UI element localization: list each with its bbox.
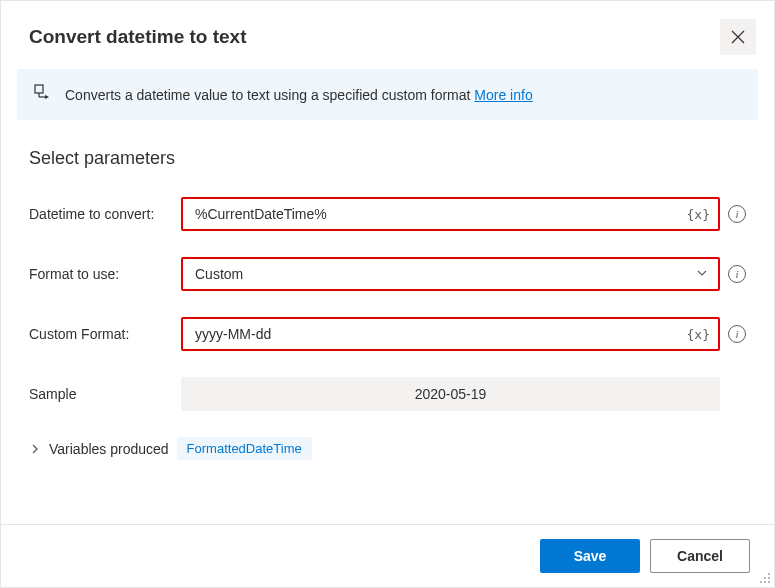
variables-produced-row: Variables produced FormattedDateTime [29,437,746,460]
row-sample: Sample 2020-05-19 [29,377,746,411]
help-icon[interactable]: i [728,325,746,343]
datetime-to-convert-input[interactable] [183,200,718,228]
svg-point-8 [764,581,766,583]
cancel-button[interactable]: Cancel [650,539,750,573]
svg-point-5 [764,577,766,579]
info-text: Converts a datetime value to text using … [65,87,533,103]
datetime-text-icon [33,83,53,106]
format-to-use-select[interactable]: Custom [183,260,718,288]
row-datetime-to-convert: Datetime to convert: {x} i [29,197,746,231]
svg-rect-0 [35,85,43,93]
close-icon [731,30,745,44]
svg-marker-3 [45,95,49,99]
row-custom-format: Custom Format: {x} i [29,317,746,351]
label-custom-format: Custom Format: [29,326,181,342]
insert-variable-icon[interactable]: {x} [687,207,710,222]
close-button[interactable] [720,19,756,55]
section-title: Select parameters [29,148,746,169]
content-area: Select parameters Datetime to convert: {… [1,120,774,476]
row-format-to-use: Format to use: Custom i [29,257,746,291]
more-info-link[interactable]: More info [474,87,532,103]
svg-point-9 [768,581,770,583]
expand-toggle[interactable] [29,443,41,455]
resize-grip-icon [759,572,771,584]
chevron-right-icon [29,443,41,455]
custom-format-input[interactable] [183,320,718,348]
help-icon[interactable]: i [728,205,746,223]
label-format-to-use: Format to use: [29,266,181,282]
input-wrap-datetime: {x} [181,197,720,231]
dialog-footer: Save Cancel [1,524,774,587]
svg-point-4 [768,573,770,575]
label-sample: Sample [29,386,181,402]
insert-variable-icon[interactable]: {x} [687,327,710,342]
info-text-body: Converts a datetime value to text using … [65,87,474,103]
variables-produced-label: Variables produced [49,441,169,457]
save-button[interactable]: Save [540,539,640,573]
svg-point-6 [768,577,770,579]
dialog-title: Convert datetime to text [29,26,246,48]
variable-badge[interactable]: FormattedDateTime [177,437,312,460]
help-icon[interactable]: i [728,265,746,283]
info-banner: Converts a datetime value to text using … [17,69,758,120]
label-datetime-to-convert: Datetime to convert: [29,206,181,222]
sample-value: 2020-05-19 [181,377,720,411]
svg-point-7 [760,581,762,583]
dialog-header: Convert datetime to text [1,1,774,69]
select-wrap-format: Custom [181,257,720,291]
input-wrap-custom-format: {x} [181,317,720,351]
